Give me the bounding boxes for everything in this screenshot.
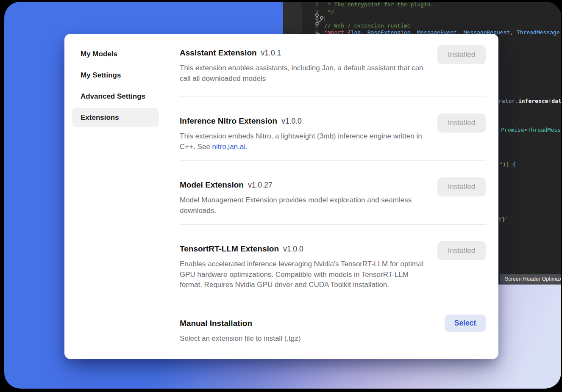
extension-action: Installed <box>437 179 486 196</box>
extension-title: Inference Nitro Extensionv1.0.0 <box>180 116 428 127</box>
installed-button[interactable]: Installed <box>437 113 486 133</box>
extension-action: Installed <box>437 47 486 64</box>
statusbar-tab-screen-reader[interactable]: Screen Reader Optimized <box>500 274 561 284</box>
app-window: 2 * The entrypoint for the plugin.3 */45… <box>4 2 561 389</box>
extension-row-tensortrt-llm-extension: TensortRT-LLM Extensionv1.0.0Enables acc… <box>180 225 486 299</box>
extension-description: Enables accelerated inference leveraging… <box>180 259 428 290</box>
code-fragment: Promise<ThreadMessage> <box>501 126 561 133</box>
code-line: 3 */ <box>283 8 561 15</box>
sidebar-item-extensions[interactable]: Extensions <box>72 108 159 127</box>
extension-name: Inference Nitro Extension <box>180 116 277 125</box>
extension-info: Model Extensionv1.0.27Model Management E… <box>180 179 428 216</box>
settings-panel: My ModelsMy SettingsAdvanced SettingsExt… <box>64 34 498 359</box>
extension-name: TensortRT-LLM Extension <box>180 244 279 253</box>
extension-name: Assistant Extension <box>180 48 257 57</box>
extension-action: Installed <box>437 243 486 260</box>
extension-row-inference-nitro-extension: Inference Nitro Extensionv1.0.0This exte… <box>180 97 486 161</box>
extension-info: Manual InstallationSelect an extension f… <box>180 318 428 344</box>
installed-button[interactable]: Installed <box>437 45 486 64</box>
extension-name: Model Extension <box>180 180 244 189</box>
code-fragment: ")) { <box>499 161 516 168</box>
extension-row-model-extension: Model Extensionv1.0.27Model Management E… <box>180 161 486 225</box>
extension-info: TensortRT-LLM Extensionv1.0.0Enables acc… <box>180 243 428 290</box>
extension-title: Model Extensionv1.0.27 <box>180 179 428 190</box>
extension-row-manual-installation: Manual InstallationSelect an extension f… <box>180 299 486 353</box>
extension-action: Select <box>437 318 486 332</box>
extension-version: v1.0.27 <box>248 181 272 189</box>
extension-description: This extension enables assistants, inclu… <box>180 63 428 84</box>
sidebar-item-my-models[interactable]: My Models <box>72 44 159 63</box>
extension-info: Assistant Extensionv1.0.1This extension … <box>180 47 428 84</box>
extension-name: Manual Installation <box>180 319 252 328</box>
extension-description: This extension embeds Nitro, a lightweig… <box>180 131 428 152</box>
code-line: 2 * The entrypoint for the plugin. <box>283 2 561 8</box>
select-button[interactable]: Select <box>445 315 486 332</box>
extension-info: Inference Nitro Extensionv1.0.0This exte… <box>180 116 428 152</box>
installed-button[interactable]: Installed <box>437 241 486 260</box>
link-nitro-jan-ai[interactable]: nitro.jan.ai. <box>212 143 248 151</box>
installed-button[interactable]: Installed <box>437 177 486 196</box>
extension-version: v1.0.0 <box>281 117 302 125</box>
extensions-list: Assistant Extensionv1.0.1This extension … <box>165 34 498 359</box>
extension-description: Select an extension file to install (.tg… <box>180 334 428 344</box>
code-fragment: t}` <box>498 216 508 223</box>
extension-title: TensortRT-LLM Extensionv1.0.0 <box>180 243 428 254</box>
extension-row-assistant-extension: Assistant Extensionv1.0.1This extension … <box>180 34 486 97</box>
extension-version: v1.0.1 <box>261 49 281 57</box>
extension-title: Assistant Extensionv1.0.1 <box>180 47 428 58</box>
extension-description: Model Management Extension provides mode… <box>180 195 428 216</box>
extension-title: Manual Installation <box>180 318 428 329</box>
extension-action: Installed <box>437 116 486 133</box>
sidebar-item-advanced-settings[interactable]: Advanced Settings <box>72 87 159 106</box>
settings-sidebar: My ModelsMy SettingsAdvanced SettingsExt… <box>64 34 165 359</box>
code-line: 5// Web / extension runtime <box>283 22 561 29</box>
code-fragment: rator.inference(data)); <box>498 97 561 105</box>
code-line: 4 <box>283 15 561 22</box>
extension-version: v1.0.0 <box>283 245 303 253</box>
sidebar-item-my-settings[interactable]: My Settings <box>72 66 159 85</box>
